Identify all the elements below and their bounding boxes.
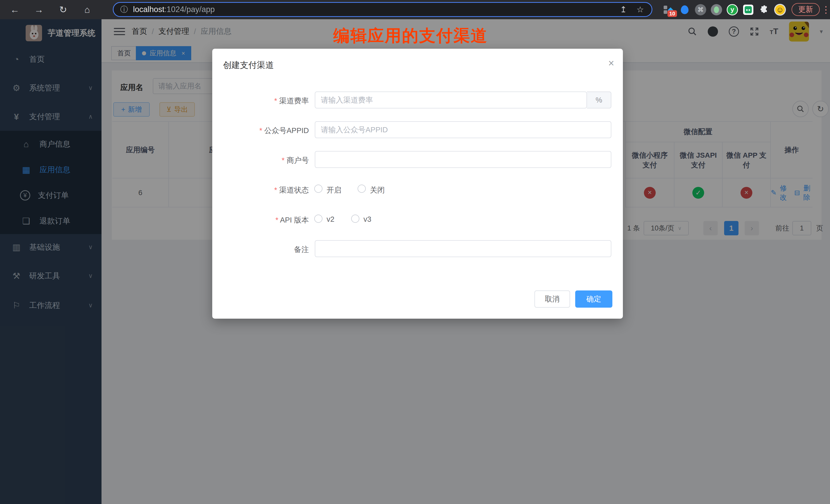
reload-icon[interactable]: ↻ <box>55 0 71 19</box>
field-status-label: 渠道状态 <box>212 185 309 195</box>
field-merchant-label: 商户号 <box>212 155 309 166</box>
radio-status-closed-label[interactable]: 关闭 <box>370 185 385 195</box>
address-bar[interactable]: ⓘ localhost:1024/pay/app ↥ ☆ <box>113 2 652 17</box>
bookmark-star-icon[interactable]: ☆ <box>636 5 644 14</box>
radio-api-v2-label[interactable]: v2 <box>326 215 334 224</box>
annotation-edit-payment-channel: 编辑应用的支付渠道 <box>333 25 488 47</box>
field-remark-label: 备注 <box>212 245 309 255</box>
browser-update-button[interactable]: 更新 <box>792 3 820 16</box>
field-appid-label: 公众号APPID <box>212 126 309 136</box>
share-icon[interactable]: ↥ <box>620 5 627 14</box>
confirm-button[interactable]: 确定 <box>575 290 612 308</box>
forward-icon[interactable]: → <box>31 0 46 19</box>
extension-badge: 10 <box>668 10 677 17</box>
extensions-bar: ◆ 10 ⌘ y ●● ☺ <box>663 0 786 19</box>
site-info-icon[interactable]: ⓘ <box>120 4 128 15</box>
radio-api-v3-label[interactable]: v3 <box>363 215 372 224</box>
remark-input[interactable] <box>315 240 611 257</box>
url-path: :1024/pay/app <box>164 5 215 14</box>
radio-status-closed[interactable] <box>358 185 366 193</box>
profile-avatar-icon[interactable]: ☺ <box>774 4 786 16</box>
merchant-input[interactable] <box>315 151 611 168</box>
back-icon[interactable]: ← <box>7 0 23 19</box>
close-dialog-icon[interactable]: × <box>608 57 614 69</box>
radio-api-v3[interactable] <box>351 215 359 223</box>
field-api-version-label: API 版本 <box>212 215 309 225</box>
browser-toolbar: ← → ↻ ⌂ ⓘ localhost:1024/pay/app ↥ ☆ ◆ 1… <box>0 0 830 19</box>
rate-input[interactable] <box>315 92 587 108</box>
command-extension-icon[interactable]: ⌘ <box>694 4 707 16</box>
sketch-extension-icon[interactable]: ◆ 10 <box>663 4 675 16</box>
radio-api-v2[interactable] <box>314 215 322 223</box>
create-payment-channel-dialog: 创建支付渠道 × 渠道费率 % 公众号APPID 商户号 渠道状态 开启 关闭 … <box>212 49 623 319</box>
radio-status-open[interactable] <box>314 185 322 193</box>
cancel-button[interactable]: 取消 <box>535 290 570 308</box>
appid-input[interactable] <box>315 121 611 138</box>
home-icon[interactable]: ⌂ <box>79 0 95 19</box>
chat-extension-icon[interactable]: ●● <box>742 4 755 16</box>
green-dot-extension-icon[interactable] <box>710 4 723 16</box>
extensions-puzzle-icon[interactable] <box>758 4 770 16</box>
field-rate-label: 渠道费率 <box>212 96 309 106</box>
y-extension-icon[interactable]: y <box>726 4 738 16</box>
percent-suffix: % <box>587 92 611 108</box>
url-host: localhost <box>133 5 164 14</box>
browser-menu-icon[interactable]: ⋮ <box>821 0 830 19</box>
radio-status-open-label[interactable]: 开启 <box>326 185 342 195</box>
dialog-title: 创建支付渠道 <box>223 60 274 71</box>
balloon-extension-icon[interactable] <box>678 4 691 16</box>
